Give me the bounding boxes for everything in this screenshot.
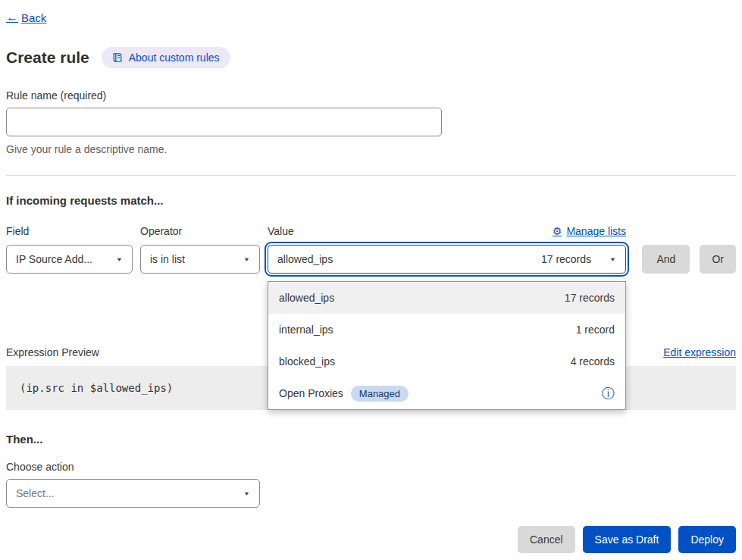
rule-name-label: Rule name (required) (6, 89, 736, 102)
about-custom-rules-label: About custom rules (129, 52, 220, 64)
chevron-down-icon: ▼ (243, 256, 250, 263)
about-custom-rules-link[interactable]: About custom rules (102, 47, 230, 68)
back-label: Back (21, 11, 46, 24)
expression-preview-label: Expression Preview (6, 346, 99, 358)
then-heading: Then... (6, 433, 736, 446)
rule-name-help: Give your rule a descriptive name. (6, 143, 736, 155)
edit-expression-link[interactable]: Edit expression (663, 346, 736, 358)
list-option-allowed-ips[interactable]: allowed_ips 17 records (268, 282, 625, 314)
save-as-draft-button[interactable]: Save as Draft (583, 526, 672, 553)
match-controls: Field Operator Value ⚙ Manage lists IP S… (6, 225, 736, 274)
footer-actions: Cancel Save as Draft Deploy (6, 526, 736, 553)
deploy-button[interactable]: Deploy (678, 526, 736, 553)
create-rule-page: ← Back Create rule About custom rules Ru… (0, 0, 742, 560)
operator-select[interactable]: is in list ▼ (140, 245, 260, 274)
value-select-name: allowed_ips (277, 253, 333, 265)
list-option-internal-ips[interactable]: internal_ips 1 record (268, 314, 625, 346)
value-label-cell: Value ⚙ Manage lists (268, 225, 626, 237)
page-title: Create rule (6, 48, 89, 67)
chevron-down-icon: ▼ (243, 490, 250, 497)
section-divider (6, 175, 736, 176)
list-option-records: 4 records (571, 355, 615, 368)
value-select-records: 17 records (541, 253, 591, 265)
managed-badge: Managed (351, 386, 409, 402)
manage-lists-label: Manage lists (566, 225, 626, 237)
match-heading: If incoming requests match... (6, 194, 736, 207)
or-button[interactable]: Or (700, 245, 736, 274)
rule-name-input[interactable] (6, 108, 442, 136)
and-button[interactable]: And (642, 245, 690, 274)
gear-icon: ⚙ (553, 225, 562, 237)
chevron-down-icon: ▼ (609, 256, 616, 263)
list-option-name: Open Proxies (279, 387, 343, 399)
expression-code: (ip.src in $allowed_ips) (20, 382, 173, 394)
operator-label: Operator (140, 225, 260, 237)
field-select[interactable]: IP Source Add... ▼ (6, 245, 133, 274)
value-label: Value (268, 225, 294, 237)
list-option-name: internal_ips (279, 324, 333, 336)
value-cell: allowed_ips 17 records ▼ allowed_ips 17 … (268, 245, 626, 274)
list-option-records: 1 record (576, 324, 615, 336)
list-option-records: 17 records (565, 292, 615, 304)
info-icon[interactable]: ⓘ (602, 387, 615, 400)
list-option-name: blocked_ips (279, 355, 335, 368)
book-icon (112, 52, 123, 63)
list-option-blocked-ips[interactable]: blocked_ips 4 records (268, 346, 625, 377)
choose-action-label: Choose action (6, 461, 736, 473)
cancel-button[interactable]: Cancel (518, 526, 575, 553)
chevron-down-icon: ▼ (116, 256, 123, 263)
field-label: Field (6, 225, 133, 237)
list-option-name: allowed_ips (279, 292, 334, 304)
list-option-open-proxies[interactable]: Open Proxies Managed ⓘ (268, 377, 625, 409)
then-section: Then... Choose action Select... ▼ (6, 433, 736, 508)
list-dropdown-menu: allowed_ips 17 records internal_ips 1 re… (268, 281, 626, 410)
back-link[interactable]: ← Back (6, 11, 46, 24)
action-select[interactable]: Select... ▼ (6, 479, 260, 508)
action-select-placeholder: Select... (16, 487, 55, 499)
value-select[interactable]: allowed_ips 17 records ▼ (268, 245, 626, 274)
andor-cell: And Or (634, 245, 736, 274)
manage-lists-link[interactable]: ⚙ Manage lists (553, 225, 626, 237)
title-row: Create rule About custom rules (6, 47, 736, 68)
operator-select-value: is in list (150, 253, 185, 265)
field-select-value: IP Source Add... (16, 253, 92, 265)
back-arrow-icon: ← (6, 11, 18, 24)
rule-name-group: Rule name (required) Give your rule a de… (6, 89, 736, 155)
